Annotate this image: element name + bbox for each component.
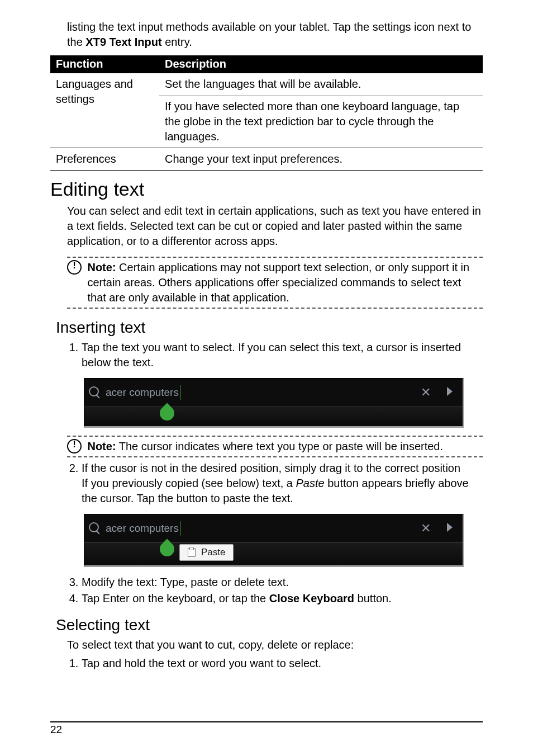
heading-editing-text: Editing text — [50, 178, 483, 200]
table-cell-function-1: Languages and settings — [50, 73, 159, 148]
note-body-text: The cursor indicates where text you type… — [116, 440, 443, 452]
alert-icon — [67, 439, 82, 453]
page-footer: 22 — [50, 721, 483, 736]
selecting-paragraph: To select text that you want to cut, cop… — [67, 637, 483, 653]
function-table: Function Description Languages and setti… — [50, 55, 483, 171]
search-input[interactable]: acer computers — [106, 385, 180, 400]
selecting-steps: Tap and hold the text or word you want t… — [67, 656, 483, 671]
list-item: Tap the text you want to select. If you … — [82, 340, 483, 370]
submit-arrow-icon[interactable] — [441, 523, 458, 534]
search-icon[interactable] — [89, 522, 101, 535]
inserting-steps-2: If the cusor is not in the desired posit… — [67, 461, 483, 506]
note-block-1: Note: Certain applications may not suppo… — [67, 257, 483, 309]
table-header-description: Description — [159, 55, 483, 73]
list-item: Tap Enter on the keyboard, or tap the Cl… — [82, 591, 483, 606]
table-header-function: Function — [50, 55, 159, 73]
page-number: 22 — [50, 724, 62, 735]
inserting-steps-3: Modify the text: Type, paste or delete t… — [67, 575, 483, 606]
intro-text-part2: entry. — [162, 36, 192, 48]
inserting-steps-1: Tap the text you want to select. If you … — [67, 340, 483, 370]
heading-selecting-text: Selecting text — [56, 616, 483, 634]
paste-button[interactable]: Paste — [179, 544, 234, 561]
intro-paragraph: listing the text input methods available… — [67, 20, 483, 50]
list-item: If the cusor is not in the desired posit… — [82, 461, 483, 506]
editing-paragraph: You can select and edit text in certain … — [67, 204, 483, 249]
intro-bold-entry: XT9 Text Input — [85, 36, 161, 48]
search-icon[interactable] — [89, 386, 101, 399]
submit-arrow-icon[interactable] — [441, 387, 458, 398]
table-cell-desc-1b: If you have selected more than one keybo… — [159, 96, 483, 148]
svg-marker-0 — [447, 387, 453, 396]
svg-marker-1 — [447, 523, 453, 532]
screenshot-search-1: acer computers ✕ — [84, 378, 464, 428]
note-block-2: Note: The cursor indicates where text yo… — [67, 436, 483, 457]
note-label: Note: — [87, 261, 116, 273]
note-label: Note: — [87, 440, 116, 452]
heading-inserting-text: Inserting text — [56, 319, 483, 337]
clipboard-icon — [188, 548, 196, 557]
note-body-text: Certain applications may not support tex… — [87, 261, 469, 304]
clear-icon[interactable]: ✕ — [415, 385, 437, 400]
clear-icon[interactable]: ✕ — [415, 521, 437, 536]
screenshot-search-2: acer computers ✕ Paste — [84, 514, 464, 567]
table-cell-function-2: Preferences — [50, 148, 159, 171]
list-item: Modify the text: Type, paste or delete t… — [82, 575, 483, 590]
alert-icon — [67, 260, 82, 275]
list-item: Tap and hold the text or word you want t… — [82, 656, 483, 671]
text-cursor — [180, 521, 180, 536]
paste-label: Paste — [201, 547, 225, 558]
text-cursor — [180, 385, 180, 400]
table-cell-desc-1a: Set the languages that will be available… — [159, 73, 483, 96]
table-cell-desc-2: Change your text input preferences. — [159, 148, 483, 171]
search-input[interactable]: acer computers — [106, 521, 180, 536]
